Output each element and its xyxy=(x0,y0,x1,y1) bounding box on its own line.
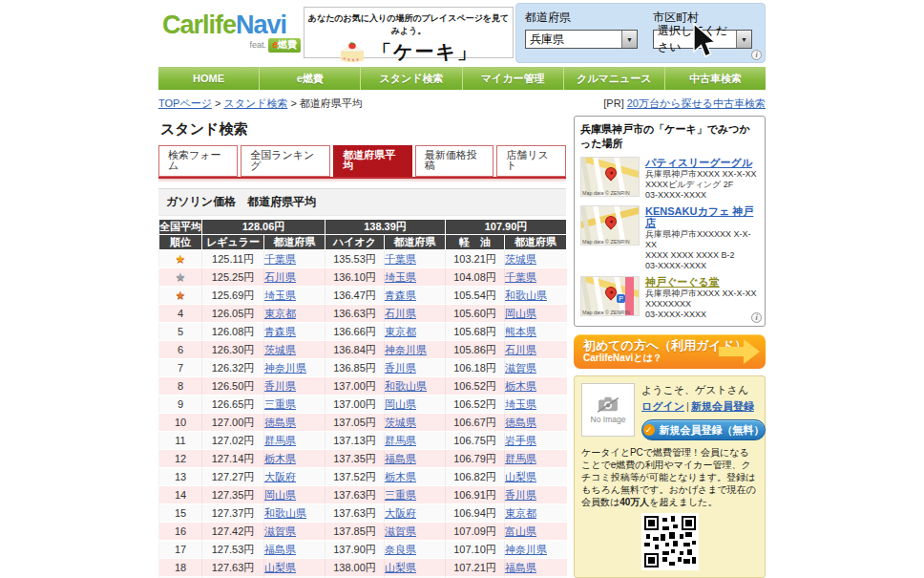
nav-item-usedcar[interactable]: 中古車検索 xyxy=(664,67,766,90)
nav-link-stand-search[interactable]: スタンド検索 xyxy=(361,67,461,90)
tab-latest-posts[interactable]: 最新価格投稿 xyxy=(415,145,494,177)
price-cell: 137.52円 xyxy=(326,468,385,486)
pr-link[interactable]: 20万台から探せる中古車検索 xyxy=(627,97,766,109)
prefecture-link[interactable]: 徳島県 xyxy=(505,417,536,428)
tab-national-ranking[interactable]: 全国ランキング xyxy=(241,145,330,177)
prefecture-link[interactable]: 群馬県 xyxy=(505,453,536,464)
prefecture-link[interactable]: 福島県 xyxy=(264,544,296,555)
info-icon[interactable]: i xyxy=(751,50,762,60)
prefecture-link[interactable]: 岩手県 xyxy=(505,435,536,446)
map-thumbnail[interactable]: Map data © ZENRIN xyxy=(580,205,640,246)
prefecture-link[interactable]: 茨城県 xyxy=(385,417,416,428)
prefecture-link[interactable]: 滋賀県 xyxy=(505,362,536,374)
prefecture-link[interactable]: 群馬県 xyxy=(264,435,296,446)
place-address: 兵庫県神戸市XXXX XX-X-XX xyxy=(645,289,757,299)
prefecture-link[interactable]: 岡山県 xyxy=(505,308,536,319)
prefecture-link[interactable]: 埼玉県 xyxy=(505,398,536,410)
chevron-down-icon[interactable]: ▼ xyxy=(736,31,751,48)
prefecture-link[interactable]: 和歌山県 xyxy=(264,507,306,519)
prefecture-link[interactable]: 福島県 xyxy=(385,453,416,464)
register-link[interactable]: 新規会員登録 xyxy=(691,400,754,412)
prefecture-link[interactable]: 大阪府 xyxy=(264,471,296,482)
prefecture-link[interactable]: 東京都 xyxy=(264,308,296,319)
prefecture-link[interactable]: 埼玉県 xyxy=(385,271,416,283)
prefecture-link[interactable]: 岡山県 xyxy=(385,398,416,410)
prefecture-link[interactable]: 山梨県 xyxy=(264,562,296,573)
prefecture-link[interactable]: 岡山県 xyxy=(264,489,296,501)
price-cell: 127.42円 xyxy=(202,523,264,541)
place-name-link[interactable]: パティスリーグーグル xyxy=(645,157,757,168)
nav-item-home[interactable]: HOME xyxy=(158,67,259,90)
tab-prefecture-average[interactable]: 都道府県平均 xyxy=(333,145,411,177)
prefecture-link[interactable]: 香川県 xyxy=(264,380,296,392)
nav-link-car-news[interactable]: クルマニュース xyxy=(564,67,664,90)
prefecture-link[interactable]: 香川県 xyxy=(385,362,416,374)
prefecture-link[interactable]: 和歌山県 xyxy=(385,380,427,392)
prefecture-link[interactable]: 富山県 xyxy=(505,525,536,537)
prefecture-link[interactable]: 滋賀県 xyxy=(264,525,296,537)
guide-banner[interactable]: 初めての方へ（利用ガイド） CarlifeNaviとは？ xyxy=(574,334,766,369)
prefecture-link[interactable]: 栃木県 xyxy=(385,471,416,482)
info-icon[interactable]: i xyxy=(751,312,762,323)
prefecture-link[interactable]: 山梨県 xyxy=(505,471,536,482)
place-name-link[interactable]: KENSAKUカフェ 神戸店 xyxy=(645,205,759,228)
site-logo[interactable]: CarlifeNavi feat. e燃費 xyxy=(162,11,301,53)
prefecture-link[interactable]: 三重県 xyxy=(264,398,296,410)
prefecture-link[interactable]: 茨城県 xyxy=(505,253,536,265)
nav-link-home[interactable]: HOME xyxy=(158,67,259,90)
prefecture-link[interactable]: 東京都 xyxy=(505,507,536,519)
prefecture-link[interactable]: 千葉県 xyxy=(505,271,536,283)
tab-shop-list[interactable]: 店舗リスト xyxy=(496,145,566,177)
col-rank: 順位 xyxy=(159,235,202,250)
map-thumbnail[interactable]: P Map data © ZENRIN xyxy=(580,276,640,316)
prefecture-link[interactable]: 大阪府 xyxy=(385,507,416,519)
prefecture-link[interactable]: 徳島県 xyxy=(264,417,296,428)
breadcrumb-link-stand-search[interactable]: スタンド検索 xyxy=(223,97,287,109)
prefecture-link[interactable]: 千葉県 xyxy=(264,253,296,265)
prefecture-link[interactable]: 茨城県 xyxy=(264,344,296,355)
prefecture-link[interactable]: 群馬県 xyxy=(385,435,416,446)
place-promo-banner[interactable]: あなたのお気に入りの場所のプレイスページを見てみよう。 「ケーキ」 xyxy=(304,7,514,58)
chevron-down-icon[interactable]: ▼ xyxy=(621,31,637,48)
prefecture-cell: 大阪府 xyxy=(385,504,446,523)
nav-link-enenpi[interactable]: e燃費 xyxy=(260,67,360,90)
prefecture-link[interactable]: 青森県 xyxy=(264,326,296,337)
prefecture-link[interactable]: 神奈川県 xyxy=(385,344,427,355)
breadcrumb-link-top[interactable]: TOPページ xyxy=(158,97,212,109)
prefecture-link[interactable]: 山梨県 xyxy=(385,562,416,573)
prefecture-link[interactable]: 神奈川県 xyxy=(264,362,306,374)
prefecture-select[interactable]: 兵庫県 ▼ xyxy=(525,30,638,49)
prefecture-link[interactable]: 福島県 xyxy=(505,562,536,573)
prefecture-link[interactable]: 青森県 xyxy=(385,289,416,301)
map-thumbnail[interactable]: Map data © ZENRIN xyxy=(580,157,640,197)
place-name-link[interactable]: 神戸ぐーぐる堂 xyxy=(645,276,757,288)
prefecture-link[interactable]: 埼玉県 xyxy=(264,289,296,301)
prefecture-link[interactable]: 東京都 xyxy=(385,326,416,337)
prefecture-link[interactable]: 奈良県 xyxy=(385,544,416,555)
nav-item-enenpi[interactable]: e燃費 xyxy=(259,67,360,90)
prefecture-link[interactable]: 千葉県 xyxy=(385,253,416,265)
prefecture-link[interactable]: 香川県 xyxy=(505,489,536,501)
nav-link-usedcar[interactable]: 中古車検索 xyxy=(665,67,766,90)
prefecture-cell: 東京都 xyxy=(385,323,446,341)
register-button[interactable]: ✓ 新規会員登録（無料） xyxy=(641,419,766,440)
login-link[interactable]: ログイン xyxy=(641,400,684,412)
prefecture-link[interactable]: 三重県 xyxy=(385,489,416,501)
table-row: 6126.30円茨城県136.84円神奈川県105.86円石川県 xyxy=(159,341,567,359)
nav-link-mycar[interactable]: マイカー管理 xyxy=(463,67,563,90)
prefecture-link[interactable]: 熊本県 xyxy=(505,326,536,337)
prefecture-link[interactable]: 栃木県 xyxy=(505,380,536,392)
nav-item-mycar[interactable]: マイカー管理 xyxy=(462,67,563,90)
tab-search-form[interactable]: 検索フォーム xyxy=(158,145,238,177)
prefecture-link[interactable]: 滋賀県 xyxy=(385,525,416,537)
nav-item-stand-search[interactable]: スタンド検索 xyxy=(360,67,461,90)
rank-cell: 8 xyxy=(159,377,202,396)
nav-item-car-news[interactable]: クルマニュース xyxy=(563,67,664,90)
rank-cell: 14 xyxy=(159,486,202,504)
prefecture-link[interactable]: 栃木県 xyxy=(264,453,296,464)
prefecture-link[interactable]: 石川県 xyxy=(505,344,536,355)
prefecture-link[interactable]: 和歌山県 xyxy=(505,289,547,301)
prefecture-link[interactable]: 石川県 xyxy=(264,271,296,283)
prefecture-link[interactable]: 石川県 xyxy=(385,308,416,319)
prefecture-link[interactable]: 神奈川県 xyxy=(505,544,547,555)
